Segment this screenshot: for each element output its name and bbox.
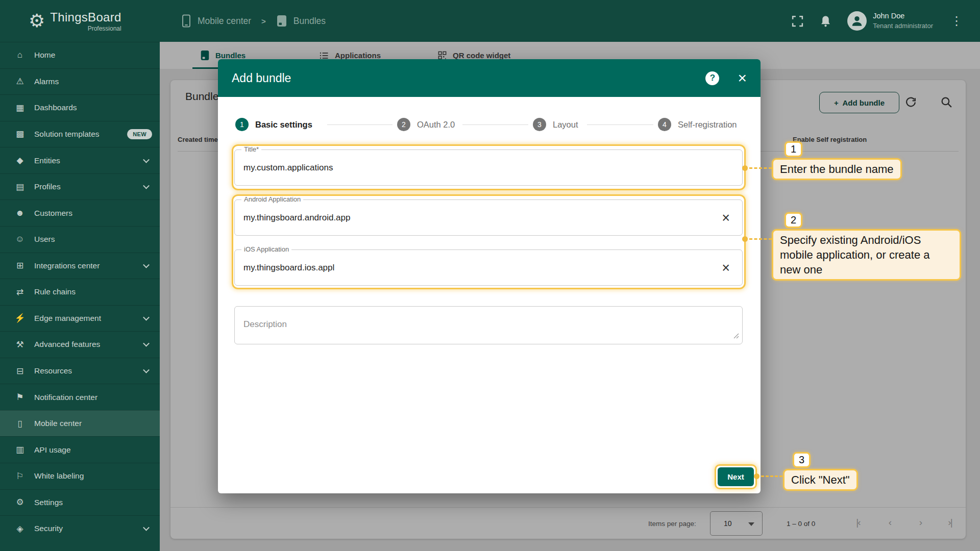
thingsboard-logo[interactable]: ⚙ ThingsBoard Professional	[0, 0, 160, 42]
description-field	[234, 306, 743, 344]
sidebar-item-api-usage[interactable]: ▥API usage	[0, 436, 160, 463]
annotation-2-text: Specify existing Android/iOS mobile appl…	[772, 229, 961, 281]
sidebar-item-dashboards[interactable]: ▦Dashboards	[0, 94, 160, 121]
chevron-down-icon	[143, 340, 150, 347]
sidebar-item-mobile-center[interactable]: ▯Mobile center	[0, 410, 160, 437]
next-button[interactable]: Next	[718, 467, 754, 486]
step-number: 4	[658, 118, 671, 131]
mobile-center-icon: ▯	[14, 418, 26, 429]
step-number: 3	[533, 118, 546, 131]
overflow-menu-icon[interactable]: ⋮	[950, 14, 963, 28]
sidebar-item-label: Profiles	[34, 182, 61, 191]
step-oauth[interactable]: 2 OAuth 2.0	[397, 118, 455, 131]
sidebar-item-entities[interactable]: ◆Entities	[0, 147, 160, 173]
sidebar-item-label: Mobile center	[34, 419, 82, 428]
chevron-down-icon	[143, 156, 150, 163]
annotation-3-text: Click "Next"	[783, 469, 858, 491]
resize-handle-icon[interactable]	[733, 332, 739, 341]
customers-icon: ☻	[14, 208, 26, 218]
help-icon[interactable]: ?	[705, 71, 719, 85]
sidebar-item-label: Resources	[34, 366, 72, 375]
notification-center-icon: ⚑	[14, 392, 26, 403]
advanced-features-icon: ⚒	[14, 339, 26, 350]
annotation-1-text: Enter the bundle name	[772, 158, 902, 180]
avatar[interactable]	[847, 11, 867, 31]
annotation-3-badge: 3	[793, 452, 811, 468]
user-info[interactable]: John Doe Tenant administrator	[873, 11, 933, 30]
clear-icon[interactable]: ×	[722, 261, 730, 274]
sidebar-item-security[interactable]: ◈Security	[0, 515, 160, 542]
fullscreen-button[interactable]	[791, 15, 804, 28]
resources-icon: ⊟	[14, 366, 26, 377]
sidebar-item-notification-center[interactable]: ⚑Notification center	[0, 384, 160, 410]
step-number: 1	[235, 118, 249, 131]
sidebar-item-label: Solution templates	[34, 130, 100, 139]
step-label: Self-registration	[678, 120, 737, 130]
sidebar-item-solution-templates[interactable]: ▩Solution templatesNEW	[0, 121, 160, 147]
description-textarea[interactable]	[235, 307, 742, 344]
step-connector	[327, 124, 393, 125]
clear-icon[interactable]: ×	[722, 211, 730, 224]
sidebar-item-label: Dashboards	[34, 103, 77, 112]
sidebar-item-customers[interactable]: ☻Customers	[0, 199, 160, 226]
ios-application-input[interactable]	[235, 250, 742, 285]
close-icon[interactable]: ×	[738, 70, 747, 86]
notifications-bell-button[interactable]	[819, 15, 832, 28]
alarms-icon: ⚠	[14, 76, 26, 87]
sidebar-item-label: Home	[34, 51, 55, 60]
sidebar-item-label: Settings	[34, 498, 63, 507]
sidebar-item-label: Integrations center	[34, 261, 100, 270]
topbar-actions: John Doe Tenant administrator ⋮	[776, 0, 980, 42]
sidebar-item-resources[interactable]: ⊟Resources	[0, 358, 160, 384]
sidebar-item-home[interactable]: ⌂Home	[0, 42, 160, 68]
annotation-3-connector	[761, 475, 782, 477]
sidebar-item-rule-chains[interactable]: ⇄Rule chains	[0, 279, 160, 305]
sidebar-item-label: Advanced features	[34, 340, 100, 349]
annotation-2-dot	[742, 236, 748, 242]
profiles-icon: ▤	[14, 182, 26, 192]
title-input[interactable]	[235, 150, 742, 185]
android-application-input[interactable]	[235, 200, 742, 235]
step-layout[interactable]: 3 Layout	[533, 118, 578, 131]
chevron-down-icon	[143, 262, 150, 268]
dialog-title: Add bundle	[232, 71, 705, 85]
breadcrumb-page[interactable]: Bundles	[293, 16, 326, 27]
bundles-breadcrumb-icon	[276, 15, 287, 27]
step-connector	[587, 124, 653, 125]
android-application-label: Android Application	[241, 195, 303, 203]
step-label: Layout	[553, 120, 578, 130]
sidebar-item-label: Customers	[34, 209, 72, 218]
annotation-3-dot	[754, 473, 760, 479]
step-label: OAuth 2.0	[417, 120, 455, 130]
user-role: Tenant administrator	[873, 21, 933, 31]
chevron-down-icon	[143, 183, 150, 189]
sidebar-menu: ⌂Home ⚠Alarms ▦Dashboards ▩Solution temp…	[0, 42, 160, 542]
sidebar-item-users[interactable]: ☺Users	[0, 226, 160, 253]
sidebar-item-integrations-center[interactable]: ⊞Integrations center	[0, 253, 160, 279]
sidebar-item-alarms[interactable]: ⚠Alarms	[0, 68, 160, 95]
sidebar-item-settings[interactable]: ⚙Settings	[0, 489, 160, 516]
white-labeling-icon: ⚐	[14, 471, 26, 482]
sidebar-item-profiles[interactable]: ▤Profiles	[0, 173, 160, 200]
title-field: Title*	[234, 149, 743, 186]
step-self-registration[interactable]: 4 Self-registration	[658, 118, 737, 131]
sidebar-item-label: Security	[34, 524, 63, 533]
annotation-1-badge: 1	[785, 141, 802, 157]
annotation-1-connector	[749, 167, 772, 169]
users-icon: ☺	[14, 234, 26, 244]
breadcrumb-section[interactable]: Mobile center	[198, 16, 251, 27]
sidebar-item-advanced-features[interactable]: ⚒Advanced features	[0, 331, 160, 358]
sidebar-item-label: White labeling	[34, 471, 84, 481]
add-bundle-dialog: Add bundle ? × 1 Basic settings 2 OAuth …	[218, 59, 761, 493]
security-icon: ◈	[14, 523, 26, 534]
edge-management-icon: ⚡	[14, 313, 26, 323]
ios-application-field: iOS Application ×	[234, 249, 743, 286]
sidebar-item-edge-management[interactable]: ⚡Edge management	[0, 305, 160, 332]
step-basic-settings[interactable]: 1 Basic settings	[235, 118, 312, 131]
dialog-header: Add bundle ? ×	[218, 59, 761, 97]
dashboards-icon: ▦	[14, 103, 26, 113]
step-connector	[462, 124, 528, 125]
api-usage-icon: ▥	[14, 444, 26, 455]
sidebar-item-white-labeling[interactable]: ⚐White labeling	[0, 463, 160, 489]
annotation-1-dot	[742, 165, 748, 171]
